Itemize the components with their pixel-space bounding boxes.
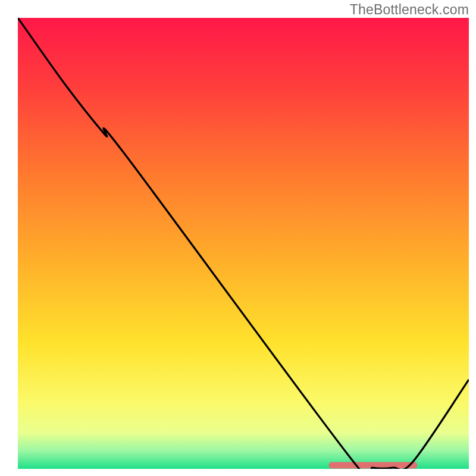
plot-svg (0, 0, 476, 476)
gradient-background (18, 18, 469, 469)
chart-container: { "watermark": { "text": "TheBottleneck.… (0, 0, 476, 476)
watermark-text: TheBottleneck.com (350, 2, 469, 18)
